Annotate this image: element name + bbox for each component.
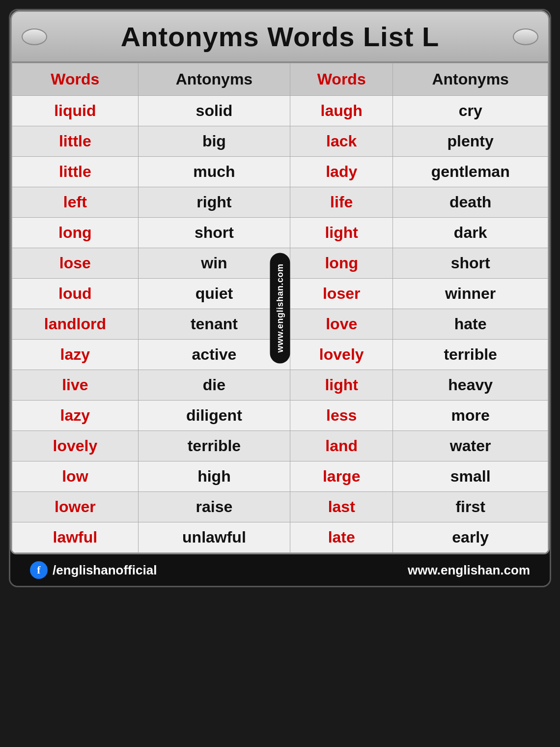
antonym-cell: hate [393,309,548,340]
antonym-cell: much [138,157,290,187]
table-row: longshortlightdark [12,218,548,248]
antonym-cell: active [138,340,290,370]
word-cell: last [290,492,393,522]
word-cell: live [12,370,139,401]
table-row: lazydiligentlessmore [12,401,548,431]
antonym-cell: gentleman [393,157,548,187]
antonym-cell: unlawful [138,522,290,553]
word-cell: light [290,370,393,401]
antonym-cell: heavy [393,370,548,401]
antonym-cell: early [393,522,548,553]
antonym-cell: short [393,248,548,279]
antonym-cell: winner [393,279,548,309]
table-row: leftrightlifedeath [12,187,548,218]
antonym-cell: right [138,187,290,218]
word-cell: lack [290,126,393,157]
table-row: livedielightheavy [12,370,548,401]
table-row: lowerraiselastfirst [12,492,548,522]
word-cell: lazy [12,340,139,370]
word-cell: less [290,401,393,431]
antonym-cell: tenant [138,309,290,340]
word-cell: laugh [290,96,393,126]
word-cell: love [290,309,393,340]
word-cell: low [12,461,139,492]
antonym-cell: small [393,461,548,492]
antonym-cell: short [138,218,290,248]
antonym-cell: dark [393,218,548,248]
watermark-wrapper: www.englishan.com Words Antonyms Words A… [12,63,548,553]
word-cell: liquid [12,96,139,126]
antonym-cell: high [138,461,290,492]
word-cell: little [12,126,139,157]
word-cell: long [290,248,393,279]
antonym-cell: diligent [138,401,290,431]
antonym-cell: solid [138,96,290,126]
word-cell: lovely [12,431,139,461]
antonym-cell: quiet [138,279,290,309]
antonym-cell: death [393,187,548,218]
word-cell: large [290,461,393,492]
word-cell: landlord [12,309,139,340]
footer-website: www.englishan.com [408,563,530,578]
antonym-cell: big [138,126,290,157]
word-cell: lower [12,492,139,522]
antonym-cell: more [393,401,548,431]
word-cell: late [290,522,393,553]
word-cell: lady [290,157,393,187]
table-row: losewinlongshort [12,248,548,279]
antonym-cell: first [393,492,548,522]
table-row: lazyactivelovelyterrible [12,340,548,370]
word-cell: loser [290,279,393,309]
footer: f /englishanofficial www.englishan.com [10,554,550,586]
antonym-cell: terrible [393,340,548,370]
oval-left [22,29,47,45]
antonym-cell: cry [393,96,548,126]
table-row: littlebiglackplenty [12,126,548,157]
table-row: landlordtenantlovehate [12,309,548,340]
word-cell: loud [12,279,139,309]
antonym-cell: water [393,431,548,461]
col1-header: Words [12,63,139,96]
table-row: littlemuchladygentleman [12,157,548,187]
antonym-cell: die [138,370,290,401]
social-handle: /englishanofficial [53,563,157,578]
antonym-cell: win [138,248,290,279]
antonym-cell: raise [138,492,290,522]
col3-header: Words [290,63,393,96]
word-cell: long [12,218,139,248]
table-row: lowhighlargesmall [12,461,548,492]
col4-header: Antonyms [393,63,548,96]
antonym-cell: plenty [393,126,548,157]
word-cell: life [290,187,393,218]
facebook-icon: f [30,561,48,579]
word-cell: little [12,157,139,187]
table-row: liquidsolidlaughcry [12,96,548,126]
antonyms-table: Words Antonyms Words Antonyms liquidsoli… [12,63,548,553]
table-row: lawfulunlawfullateearly [12,522,548,553]
word-cell: lovely [290,340,393,370]
word-cell: lawful [12,522,139,553]
table-row: loudquietloserwinner [12,279,548,309]
table-row: lovelyterriblelandwater [12,431,548,461]
word-cell: lazy [12,401,139,431]
oval-right [513,29,538,45]
page-title: Antonyms Words List L [121,21,439,53]
footer-social: f /englishanofficial [30,561,157,579]
col2-header: Antonyms [138,63,290,96]
word-cell: light [290,218,393,248]
header: Antonyms Words List L [10,10,550,63]
word-cell: lose [12,248,139,279]
word-cell: land [290,431,393,461]
word-cell: left [12,187,139,218]
antonym-cell: terrible [138,431,290,461]
table-container: www.englishan.com Words Antonyms Words A… [10,63,550,554]
main-container: Antonyms Words List L www.englishan.com … [9,9,551,587]
table-header-row: Words Antonyms Words Antonyms [12,63,548,96]
